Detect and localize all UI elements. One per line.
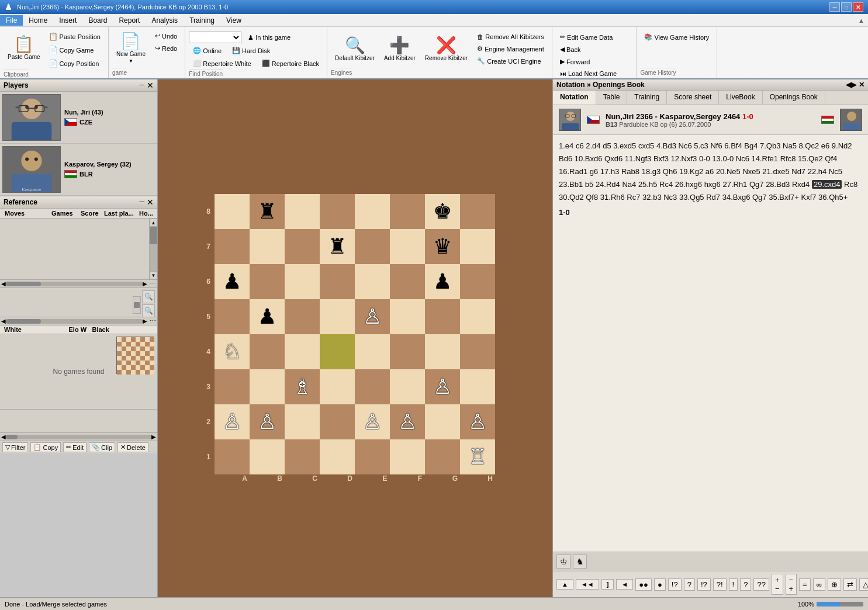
scroll-down-btn[interactable]: ▼ — [150, 271, 157, 279]
square-h4[interactable] — [460, 334, 495, 369]
square-c3[interactable]: ♗ — [285, 369, 320, 404]
online-button[interactable]: 🌐 Online — [189, 45, 226, 56]
gl-hscroll-track[interactable] — [6, 435, 151, 439]
maximize-button[interactable]: □ — [841, 2, 852, 12]
menu-insert[interactable]: Insert — [53, 15, 82, 26]
square-h1[interactable]: ♖ — [460, 439, 495, 474]
gl-hscroll-left[interactable]: ◀ — [1, 434, 6, 440]
reference-close-btn[interactable]: ✕ — [147, 197, 154, 207]
menu-analysis[interactable]: Analysis — [146, 15, 184, 26]
scroll-up-btn[interactable]: ▲ — [150, 219, 157, 227]
square-f2[interactable]: ♙ — [390, 404, 425, 439]
square-g6[interactable]: ♟ — [425, 264, 460, 299]
square-c5[interactable] — [285, 299, 320, 334]
square-c1[interactable] — [285, 439, 320, 474]
square-h2[interactable]: ♙ — [460, 404, 495, 439]
remove-kibitzer-button[interactable]: ❌ Remove Kibitzer — [421, 32, 472, 67]
sym-interestingq[interactable]: !? — [697, 578, 711, 591]
game-list-hscroll[interactable]: ◀ ▶ — [0, 432, 157, 441]
square-a8[interactable] — [215, 194, 250, 229]
highlighted-move[interactable]: 29.cxd4 — [812, 180, 842, 189]
copy-game-button[interactable]: 📄 Copy Game — [44, 44, 105, 56]
sym-bad[interactable]: ? — [740, 578, 751, 591]
square-h5[interactable] — [460, 299, 495, 334]
square-e4[interactable] — [355, 334, 390, 369]
square-b1[interactable] — [250, 439, 285, 474]
hscroll-track[interactable] — [6, 282, 143, 286]
square-d2[interactable] — [320, 404, 355, 439]
square-a1[interactable] — [215, 439, 250, 474]
sym-blunder[interactable]: ?? — [753, 578, 769, 591]
square-h6[interactable] — [460, 264, 495, 299]
engine-management-button[interactable]: ⚙ Engine Management — [473, 43, 548, 54]
notation-expand-icon[interactable]: ◀▶ — [846, 81, 856, 89]
square-f4[interactable] — [390, 334, 425, 369]
menu-home[interactable]: Home — [23, 15, 53, 26]
piece-black-icon[interactable]: ♞ — [573, 554, 587, 569]
sym-equal[interactable]: = — [799, 578, 811, 591]
sym-compensation[interactable]: ⊕ — [828, 578, 841, 591]
scroll-track[interactable] — [150, 227, 157, 271]
square-c6[interactable] — [285, 264, 320, 299]
square-a6[interactable]: ♟ — [215, 264, 250, 299]
square-e1[interactable] — [355, 439, 390, 474]
menu-training[interactable]: Training — [184, 15, 220, 26]
square-b8[interactable]: ♜ — [250, 194, 285, 229]
square-f3[interactable] — [390, 369, 425, 404]
square-g8[interactable]: ♚ — [425, 194, 460, 229]
repertoire-white-button[interactable]: ⬜ Repertoire White — [189, 58, 255, 69]
square-b7[interactable] — [250, 229, 285, 264]
redo-button[interactable]: ↪ Redo — [151, 43, 181, 54]
square-f5[interactable] — [390, 299, 425, 334]
nav-prev[interactable]: ◄ — [616, 579, 633, 590]
square-e7[interactable] — [355, 229, 390, 264]
close-button[interactable]: ✕ — [853, 2, 863, 12]
square-d6[interactable] — [320, 264, 355, 299]
square-d1[interactable] — [320, 439, 355, 474]
nav-first[interactable]: ▲ — [556, 579, 573, 590]
notation-close-icon[interactable]: ✕ — [859, 81, 864, 89]
piece-white-icon[interactable]: ♔ — [556, 554, 570, 569]
new-game-button[interactable]: 📄 New Game ▼ — [112, 29, 150, 67]
sym-exclaim[interactable]: ! — [729, 578, 738, 591]
sym-good[interactable]: ● — [654, 578, 666, 591]
forward-button[interactable]: ▶ Forward — [556, 56, 632, 67]
square-h7[interactable] — [460, 229, 495, 264]
tab-scoresheet[interactable]: Score sheet — [667, 91, 719, 105]
square-g7[interactable]: ♛ — [425, 229, 460, 264]
square-d4[interactable] — [320, 334, 355, 369]
delete-button[interactable]: ✕ Delete — [117, 442, 148, 452]
square-g2[interactable] — [425, 404, 460, 439]
zoom-in-btn[interactable]: 🔍 — [142, 290, 155, 303]
square-d3[interactable] — [320, 369, 355, 404]
position-select[interactable] — [189, 32, 241, 43]
square-a4[interactable]: ♘ — [215, 334, 250, 369]
square-h8[interactable] — [460, 194, 495, 229]
players-collapse-btn[interactable]: ─ — [139, 81, 144, 90]
clip-button[interactable]: 📎 Clip — [89, 442, 115, 452]
square-g1[interactable] — [425, 439, 460, 474]
paste-position-button[interactable]: 📋 Paste Position — [44, 30, 105, 43]
sym-black-wins[interactable]: −+ — [786, 574, 797, 595]
hard-disk-button[interactable]: 💾 Hard Disk — [228, 45, 274, 56]
sym-dubious[interactable]: ●● — [635, 578, 652, 591]
square-b2[interactable]: ♙ — [250, 404, 285, 439]
square-a2[interactable]: ♙ — [215, 404, 250, 439]
square-f7[interactable] — [390, 229, 425, 264]
menu-file[interactable]: File — [0, 15, 23, 26]
square-b5[interactable]: ♟ — [250, 299, 285, 334]
square-b4[interactable] — [250, 334, 285, 369]
more-btn2[interactable]: ⋯ — [150, 317, 156, 325]
square-a5[interactable] — [215, 299, 250, 334]
v-zoom-slider[interactable] — [133, 296, 141, 314]
square-e5[interactable]: ♙ — [355, 299, 390, 334]
square-f6[interactable] — [390, 264, 425, 299]
square-e2[interactable]: ♙ — [355, 404, 390, 439]
filter-button[interactable]: ▽ Filter — [2, 442, 28, 452]
square-e3[interactable] — [355, 369, 390, 404]
edit-button[interactable]: ✏ Edit — [63, 442, 87, 452]
square-f8[interactable] — [390, 194, 425, 229]
square-f1[interactable] — [390, 439, 425, 474]
sym-qmark2[interactable]: ?! — [713, 578, 727, 591]
tab-table[interactable]: Table — [596, 91, 628, 105]
